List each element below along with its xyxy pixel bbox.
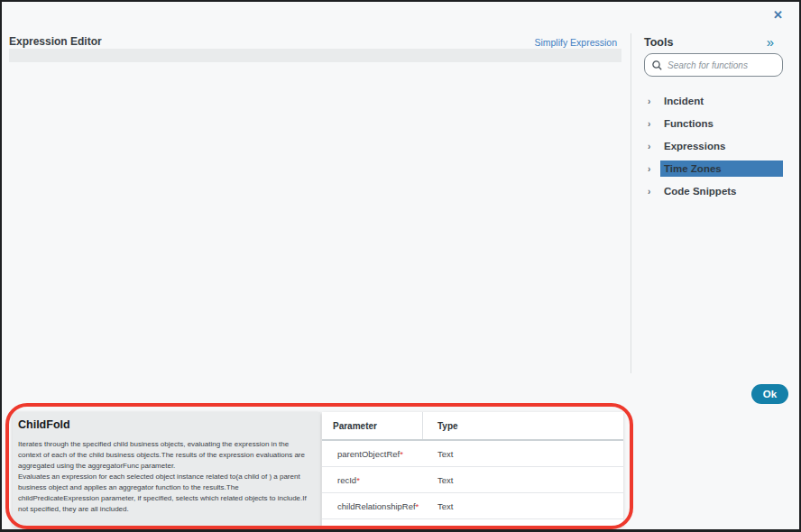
chevron-right-icon[interactable]: › bbox=[648, 119, 660, 129]
tree-item-label: Expressions bbox=[660, 138, 783, 154]
search-icon bbox=[652, 60, 662, 70]
parameter-name-cell: recId* bbox=[322, 475, 423, 485]
description-paragraph: Iterates through the specified child bus… bbox=[18, 439, 312, 472]
tree-item-incident[interactable]: ›Incident bbox=[648, 92, 783, 110]
chevron-right-icon[interactable]: › bbox=[648, 187, 660, 197]
tree-item-label: Incident bbox=[660, 93, 783, 109]
search-box[interactable] bbox=[644, 53, 783, 77]
parameter-table-header: Parameter Type bbox=[322, 412, 623, 441]
tools-tree: ›Incident›Functions›Expressions›Time Zon… bbox=[648, 92, 783, 205]
ok-button[interactable]: Ok bbox=[751, 384, 788, 404]
parameter-name-cell: parentObjectRef* bbox=[322, 449, 423, 459]
parameter-row: recId*Text bbox=[322, 467, 623, 493]
parameter-row: childRelationshipRef*Text bbox=[322, 493, 623, 519]
parameter-type-cell: Text bbox=[423, 449, 453, 459]
tree-item-label: Time Zones bbox=[660, 161, 783, 177]
function-description: Iterates through the specified child bus… bbox=[18, 439, 312, 515]
description-paragraph: Evaluates an expression for each selecte… bbox=[18, 472, 312, 515]
chevron-right-icon[interactable]: › bbox=[648, 142, 660, 151]
panel-divider bbox=[631, 33, 631, 373]
chevron-right-icon[interactable]: › bbox=[648, 164, 660, 174]
parameter-row: parentObjectRef*Text bbox=[322, 441, 623, 467]
required-marker: * bbox=[400, 449, 403, 459]
column-header-type: Type bbox=[423, 412, 458, 439]
close-icon[interactable]: ✕ bbox=[773, 8, 783, 22]
expression-input[interactable]: $(ChildFold(parentObjectRef, recId, chil… bbox=[9, 49, 621, 62]
tools-panel-title: Tools bbox=[644, 36, 673, 49]
column-header-parameter: Parameter bbox=[322, 412, 423, 439]
page-title: Expression Editor bbox=[9, 35, 102, 48]
simplify-expression-link[interactable]: Simplify Expression bbox=[534, 37, 617, 48]
tree-item-time-zones[interactable]: ›Time Zones bbox=[648, 160, 783, 178]
parameter-type-cell: Text bbox=[423, 501, 453, 511]
tree-item-expressions[interactable]: ›Expressions bbox=[648, 137, 783, 155]
tree-item-label: Code Snippets bbox=[660, 183, 783, 199]
tree-item-label: Functions bbox=[660, 115, 783, 132]
expression-editor-dialog: ✕ Expression Editor Simplify Expression … bbox=[0, 0, 801, 532]
function-name: ChildFold bbox=[18, 418, 312, 431]
required-marker: * bbox=[356, 475, 360, 485]
collapse-panel-icon[interactable]: » bbox=[767, 34, 774, 50]
chevron-right-icon[interactable]: › bbox=[648, 96, 660, 106]
tree-item-code-snippets[interactable]: ›Code Snippets bbox=[648, 182, 783, 200]
parameter-name-cell: childRelationshipRef* bbox=[322, 501, 423, 511]
function-description-panel: ChildFold Iterates through the specified… bbox=[13, 412, 320, 527]
search-input[interactable] bbox=[668, 60, 775, 70]
parameter-table: Parameter Type parentObjectRef*TextrecId… bbox=[322, 412, 623, 527]
required-marker: * bbox=[416, 501, 419, 511]
parameter-type-cell: Text bbox=[423, 475, 453, 485]
tree-item-functions[interactable]: ›Functions bbox=[648, 115, 783, 133]
